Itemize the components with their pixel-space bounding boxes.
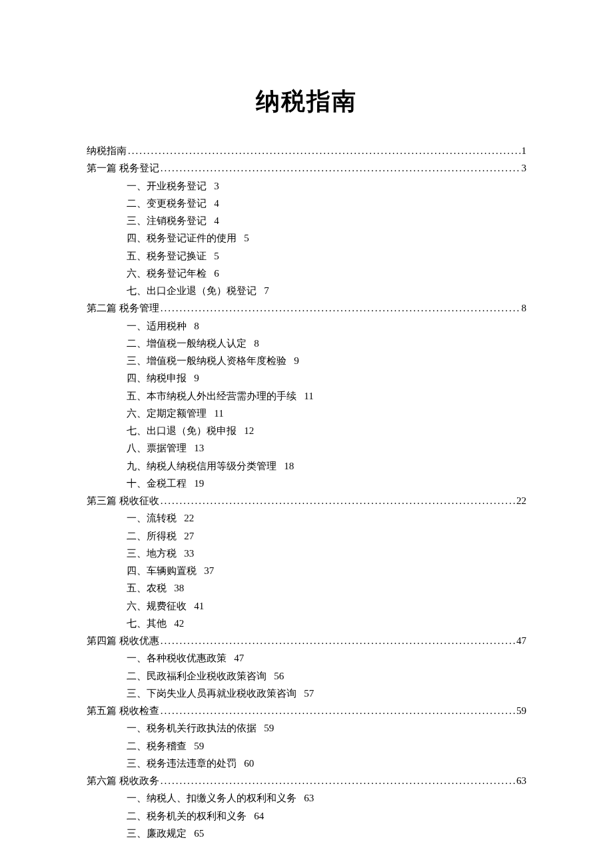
toc-sub-gap	[257, 719, 264, 737]
toc-sub-gap	[187, 597, 194, 615]
toc-leader-dots	[161, 772, 515, 789]
toc-sub-page: 60	[244, 755, 254, 772]
toc-main-page: 59	[516, 702, 526, 719]
toc-main-page: 8	[522, 299, 527, 317]
toc-sub-entry: 七、出口退（免）税申报 12	[87, 422, 526, 439]
toc-sub-label: 四、车辆购置税	[127, 562, 197, 579]
toc-sub-gap	[197, 562, 204, 579]
toc-sub-label: 二、民政福利企业税收政策咨询	[127, 667, 267, 685]
toc-leader-dots	[161, 159, 520, 177]
toc-sub-entry: 三、税务违法违章的处罚 60	[87, 755, 526, 772]
toc-sub-entry: 五、税务登记换证 5	[87, 247, 526, 265]
toc-sub-page: 6	[214, 265, 219, 282]
toc-sub-gap	[297, 387, 304, 405]
toc-sub-gap	[277, 457, 284, 475]
toc-sub-label: 六、税务登记年检	[127, 265, 207, 282]
toc-sub-page: 38	[174, 579, 184, 597]
toc-sub-label: 七、出口企业退（免）税登记	[127, 282, 257, 299]
toc-main-entry: 第一篇 税务登记3	[87, 159, 526, 177]
toc-sub-page: 59	[264, 719, 274, 737]
toc-sub-page: 22	[184, 509, 194, 527]
toc-sub-label: 一、税务机关行政执法的依据	[127, 719, 257, 737]
toc-sub-gap	[237, 229, 244, 247]
toc-sub-entry: 二、变更税务登记 4	[87, 195, 526, 212]
toc-sub-gap	[177, 527, 184, 545]
toc-sub-page: 57	[304, 685, 314, 702]
toc-sub-entry: 一、流转税 22	[87, 509, 526, 527]
toc-sub-label: 四、税务登记证件的使用	[127, 229, 237, 247]
toc-sub-label: 一、流转税	[127, 509, 177, 527]
toc-sub-label: 三、廉政规定	[127, 825, 187, 842]
toc-sub-entry: 四、纳税申报 9	[87, 369, 526, 387]
toc-main-entry: 第三篇 税收征收22	[87, 492, 526, 509]
toc-sub-gap	[207, 405, 214, 422]
toc-sub-label: 三、地方税	[127, 545, 177, 562]
toc-sub-label: 六、规费征收	[127, 597, 187, 615]
toc-sub-entry: 五、农税 38	[87, 579, 526, 597]
toc-leader-dots	[161, 702, 515, 719]
toc-sub-entry: 三、地方税 33	[87, 545, 526, 562]
toc-sub-page: 65	[194, 825, 204, 842]
toc-sub-gap	[207, 265, 214, 282]
toc-sub-entry: 四、税务登记证件的使用 5	[87, 229, 526, 247]
toc-sub-label: 三、税务违法违章的处罚	[127, 755, 237, 772]
toc-sub-label: 六、定期定额管理	[127, 405, 207, 422]
toc-sub-page: 56	[274, 667, 284, 685]
toc-sub-entry: 七、出口企业退（免）税登记 7	[87, 282, 526, 299]
toc-sub-page: 47	[234, 649, 244, 667]
toc-sub-label: 一、各种税收优惠政策	[127, 649, 227, 667]
toc-sub-entry: 一、纳税人、扣缴义务人的权利和义务 63	[87, 789, 526, 807]
toc-sub-gap	[287, 352, 294, 369]
toc-sub-label: 一、适用税种	[127, 317, 187, 335]
toc-sub-gap	[167, 615, 174, 632]
toc-main-label: 第三篇 税收征收	[87, 492, 159, 509]
toc-sub-label: 三、下岗失业人员再就业税收政策咨询	[127, 685, 297, 702]
toc-sub-gap	[177, 509, 184, 527]
toc-sub-label: 二、增值税一般纳税人认定	[127, 335, 247, 352]
toc-sub-page: 8	[254, 335, 259, 352]
toc-sub-gap	[297, 685, 304, 702]
toc-sub-entry: 三、增值税一般纳税人资格年度检验 9	[87, 352, 526, 369]
toc-sub-gap	[187, 369, 194, 387]
toc-sub-label: 三、注销税务登记	[127, 212, 207, 229]
toc-main-page: 1	[522, 142, 527, 159]
toc-sub-label: 三、增值税一般纳税人资格年度检验	[127, 352, 287, 369]
toc-sub-gap	[257, 282, 264, 299]
toc-sub-page: 19	[194, 475, 204, 492]
toc-sub-page: 64	[254, 807, 264, 825]
toc-main-page: 47	[516, 632, 526, 649]
toc-sub-gap	[187, 737, 194, 755]
toc-main-page: 22	[516, 492, 526, 509]
toc-sub-entry: 三、注销税务登记 4	[87, 212, 526, 229]
toc-main-label: 第一篇 税务登记	[87, 159, 159, 177]
toc-main-label: 第二篇 税务管理	[87, 299, 159, 317]
toc-sub-page: 5	[214, 247, 219, 265]
toc-sub-page: 3	[214, 177, 219, 195]
toc-sub-entry: 十、金税工程 19	[87, 475, 526, 492]
toc-main-entry: 第六篇 税收政务63	[87, 772, 526, 789]
toc-sub-label: 二、税务稽查	[127, 737, 187, 755]
toc-sub-page: 8	[194, 317, 199, 335]
toc-sub-page: 13	[194, 439, 204, 457]
toc-sub-entry: 四、车辆购置税 37	[87, 562, 526, 579]
document-title: 纳税指南	[87, 80, 526, 122]
toc-sub-label: 七、出口退（免）税申报	[127, 422, 237, 439]
toc-main-entry: 第五篇 税收检查59	[87, 702, 526, 719]
toc-sub-label: 八、票据管理	[127, 439, 187, 457]
toc-sub-page: 11	[214, 405, 223, 422]
toc-sub-entry: 二、所得税 27	[87, 527, 526, 545]
toc-sub-label: 七、其他	[127, 615, 167, 632]
toc-sub-gap	[187, 825, 194, 842]
toc-sub-page: 41	[194, 597, 204, 615]
toc-sub-label: 二、所得税	[127, 527, 177, 545]
toc-sub-gap	[247, 335, 254, 352]
toc-leader-dots	[161, 299, 520, 317]
toc-sub-entry: 一、各种税收优惠政策 47	[87, 649, 526, 667]
toc-sub-gap	[207, 195, 214, 212]
toc-sub-page: 33	[184, 545, 194, 562]
toc-sub-label: 一、开业税务登记	[127, 177, 207, 195]
toc-sub-page: 37	[204, 562, 214, 579]
toc-sub-page: 18	[284, 457, 294, 475]
toc-sub-label: 二、税务机关的权利和义务	[127, 807, 247, 825]
toc-sub-page: 11	[304, 387, 313, 405]
